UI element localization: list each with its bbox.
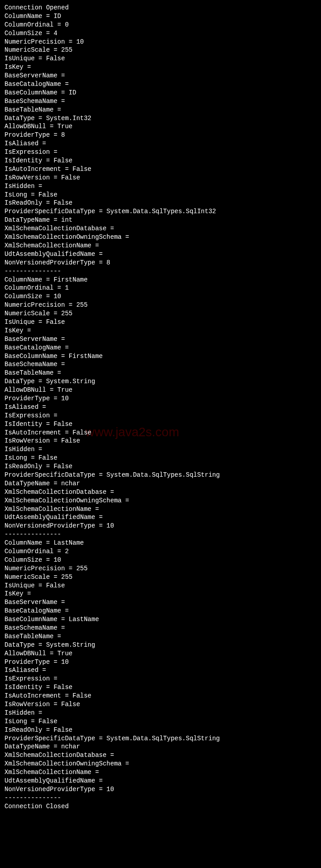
- property-line: IsIdentity = False: [4, 683, 317, 692]
- property-line: NumericPrecision = 255: [4, 564, 317, 573]
- property-line: IsUnique = False: [4, 54, 317, 63]
- property-line: XmlSchemaCollectionOwningSchema =: [4, 760, 317, 768]
- property-line: BaseCatalogName =: [4, 607, 317, 615]
- property-line: IsAutoIncrement = False: [4, 165, 317, 174]
- property-line: ColumnSize = 10: [4, 292, 317, 301]
- property-line: IsKey =: [4, 63, 317, 72]
- property-line: IsExpression =: [4, 148, 317, 157]
- property-line: IsLong = False: [4, 191, 317, 199]
- property-line: IsAliased =: [4, 666, 317, 675]
- property-line: BaseCatalogName =: [4, 80, 317, 89]
- property-line: XmlSchemaCollectionName =: [4, 242, 317, 250]
- property-line: DataType = System.Int32: [4, 114, 317, 123]
- property-line: IsRowVersion = False: [4, 437, 317, 445]
- property-line: IsAutoIncrement = False: [4, 429, 317, 437]
- property-line: IsAliased =: [4, 403, 317, 412]
- property-line: BaseColumnName = ID: [4, 89, 317, 97]
- property-line: ColumnName = LastName: [4, 539, 317, 547]
- property-line: IsAutoIncrement = False: [4, 692, 317, 700]
- property-line: IsRowVersion = False: [4, 700, 317, 709]
- divider-line: ---------------: [4, 267, 317, 276]
- property-line: IsHidden =: [4, 445, 317, 454]
- property-line: IsIdentity = False: [4, 420, 317, 429]
- property-line: BaseTableName =: [4, 369, 317, 377]
- property-line: NumericScale = 255: [4, 309, 317, 318]
- property-line: BaseServerName =: [4, 72, 317, 80]
- property-line: NonVersionedProviderType = 8: [4, 259, 317, 267]
- property-line: BaseSchemaName =: [4, 97, 317, 106]
- property-line: XmlSchemaCollectionOwningSchema =: [4, 497, 317, 505]
- property-line: NonVersionedProviderType = 10: [4, 785, 317, 794]
- property-line: IsExpression =: [4, 412, 317, 420]
- property-line: BaseCatalogName =: [4, 344, 317, 352]
- property-line: IsHidden =: [4, 182, 317, 191]
- property-line: ColumnName = FirstName: [4, 276, 317, 284]
- property-line: IsReadOnly = False: [4, 199, 317, 207]
- property-line: XmlSchemaCollectionName =: [4, 768, 317, 777]
- property-line: XmlSchemaCollectionDatabase =: [4, 488, 317, 497]
- property-line: BaseTableName =: [4, 106, 317, 114]
- property-line: BaseColumnName = FirstName: [4, 352, 317, 361]
- property-line: NumericScale = 255: [4, 573, 317, 582]
- property-line: BaseTableName =: [4, 632, 317, 641]
- property-line: DataTypeName = nchar: [4, 743, 317, 751]
- property-line: DataType = System.String: [4, 641, 317, 649]
- property-line: IsHidden =: [4, 709, 317, 717]
- property-line: NumericPrecision = 255: [4, 301, 317, 309]
- property-line: BaseSchemaName =: [4, 624, 317, 632]
- property-line: IsLong = False: [4, 454, 317, 462]
- property-line: IsUnique = False: [4, 318, 317, 327]
- property-line: XmlSchemaCollectionDatabase =: [4, 751, 317, 760]
- property-line: ProviderType = 10: [4, 658, 317, 667]
- property-line: XmlSchemaCollectionName =: [4, 505, 317, 514]
- property-line: UdtAssemblyQualifiedName =: [4, 777, 317, 785]
- property-line: AllowDBNull = True: [4, 122, 317, 131]
- property-line: ColumnName = ID: [4, 12, 317, 21]
- property-line: DataTypeName = nchar: [4, 479, 317, 488]
- property-line: ProviderSpecificDataType = System.Data.S…: [4, 471, 317, 479]
- connection-closed-line: Connection Closed: [4, 802, 317, 811]
- property-line: IsReadOnly = False: [4, 726, 317, 734]
- property-line: IsUnique = False: [4, 582, 317, 590]
- property-line: ProviderSpecificDataType = System.Data.S…: [4, 207, 317, 216]
- property-line: UdtAssemblyQualifiedName =: [4, 513, 317, 522]
- property-line: XmlSchemaCollectionDatabase =: [4, 224, 317, 233]
- property-line: IsRowVersion = False: [4, 174, 317, 182]
- property-line: AllowDBNull = True: [4, 386, 317, 394]
- property-line: BaseColumnName = LastName: [4, 615, 317, 624]
- property-line: AllowDBNull = True: [4, 649, 317, 658]
- divider-line: ---------------: [4, 530, 317, 539]
- property-line: NumericScale = 255: [4, 46, 317, 54]
- property-line: IsAliased =: [4, 139, 317, 148]
- property-line: IsKey =: [4, 590, 317, 598]
- property-line: NonVersionedProviderType = 10: [4, 522, 317, 530]
- property-line: ProviderType = 8: [4, 131, 317, 139]
- property-line: IsExpression =: [4, 675, 317, 683]
- divider-line: ---------------: [4, 794, 317, 802]
- property-line: IsLong = False: [4, 717, 317, 726]
- property-line: IsKey =: [4, 327, 317, 335]
- property-line: ColumnSize = 4: [4, 29, 317, 38]
- property-line: IsIdentity = False: [4, 157, 317, 165]
- property-line: ProviderType = 10: [4, 394, 317, 403]
- property-line: BaseSchemaName =: [4, 360, 317, 369]
- property-line: UdtAssemblyQualifiedName =: [4, 250, 317, 259]
- property-line: XmlSchemaCollectionOwningSchema =: [4, 233, 317, 242]
- property-line: DataType = System.String: [4, 377, 317, 386]
- property-line: ColumnSize = 10: [4, 556, 317, 564]
- property-line: ColumnOrdinal = 0: [4, 21, 317, 29]
- property-line: BaseServerName =: [4, 335, 317, 344]
- property-line: ColumnOrdinal = 1: [4, 284, 317, 292]
- property-line: NumericPrecision = 10: [4, 38, 317, 46]
- console-output: Connection OpenedColumnName = IDColumnOr…: [4, 4, 317, 811]
- connection-opened-line: Connection Opened: [4, 4, 317, 12]
- property-line: ColumnOrdinal = 2: [4, 547, 317, 556]
- property-line: DataTypeName = int: [4, 216, 317, 224]
- property-line: ProviderSpecificDataType = System.Data.S…: [4, 734, 317, 743]
- property-line: BaseServerName =: [4, 598, 317, 607]
- property-line: IsReadOnly = False: [4, 462, 317, 471]
